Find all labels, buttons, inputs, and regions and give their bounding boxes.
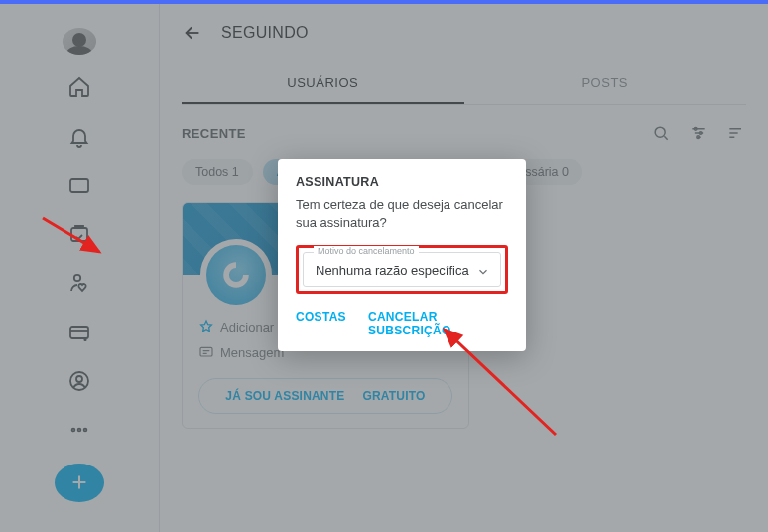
cancel-reason-select[interactable]: Motivo do cancelamento Nenhuma razão esp… xyxy=(303,252,501,287)
dialog-cancel-subscription-button[interactable]: CANCELAR SUBSCRIÇÃO xyxy=(368,310,508,337)
chevron-down-icon xyxy=(476,265,490,279)
cancel-subscription-dialog: ASSINATURA Tem certeza de que deseja can… xyxy=(278,159,526,351)
select-value: Nenhuma razão específica xyxy=(316,263,470,278)
dialog-body: Tem certeza de que deseja cancelar sua a… xyxy=(296,197,508,231)
annotation-highlight-box: Motivo do cancelamento Nenhuma razão esp… xyxy=(296,245,508,294)
select-floating-label: Motivo do cancelamento xyxy=(314,246,419,256)
dialog-back-button[interactable]: COSTAS xyxy=(296,310,346,337)
dialog-title: ASSINATURA xyxy=(296,175,508,189)
